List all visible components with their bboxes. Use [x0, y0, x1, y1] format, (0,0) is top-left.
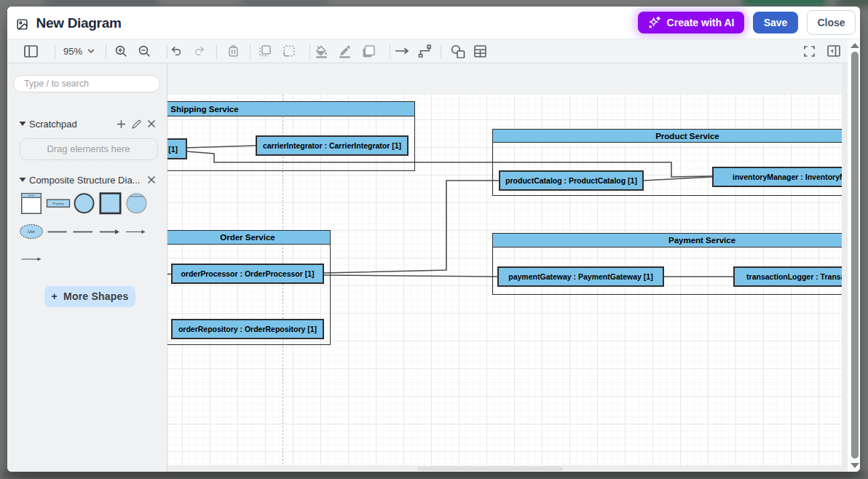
svg-text:Property: Property [52, 202, 63, 205]
svg-text:Use: Use [28, 229, 35, 234]
